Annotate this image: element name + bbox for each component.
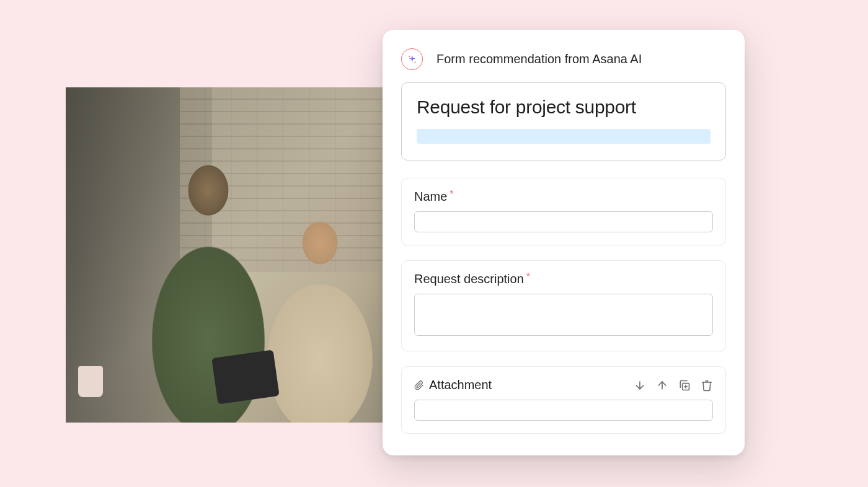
name-input[interactable] <box>414 211 713 232</box>
field-attachment-label: Attachment <box>414 378 492 392</box>
form-title: Request for project support <box>417 97 711 118</box>
arrow-down-icon[interactable] <box>634 379 646 392</box>
field-name-label: Name * <box>414 190 713 204</box>
required-indicator: * <box>450 189 453 200</box>
header-label: Form recommendation from Asana AI <box>436 52 642 66</box>
background-photo <box>66 87 391 423</box>
field-attachment: Attachment <box>401 366 726 434</box>
form-title-block[interactable]: Request for project support <box>401 82 726 160</box>
required-indicator: * <box>526 271 530 283</box>
arrow-up-icon[interactable] <box>656 379 668 392</box>
description-placeholder-highlight <box>417 129 711 144</box>
ai-sparkle-icon <box>401 48 423 70</box>
attachment-actions <box>634 379 713 392</box>
duplicate-icon[interactable] <box>678 379 691 392</box>
description-input[interactable] <box>414 294 713 336</box>
field-name: Name * <box>401 178 726 245</box>
form-card: Form recommendation from Asana AI Reques… <box>383 30 745 455</box>
paperclip-icon <box>414 379 424 392</box>
field-description: Request description * <box>401 260 726 351</box>
field-description-label: Request description * <box>414 272 713 286</box>
trash-icon[interactable] <box>701 379 713 392</box>
attachment-input[interactable] <box>414 400 713 421</box>
card-header: Form recommendation from Asana AI <box>401 48 726 70</box>
